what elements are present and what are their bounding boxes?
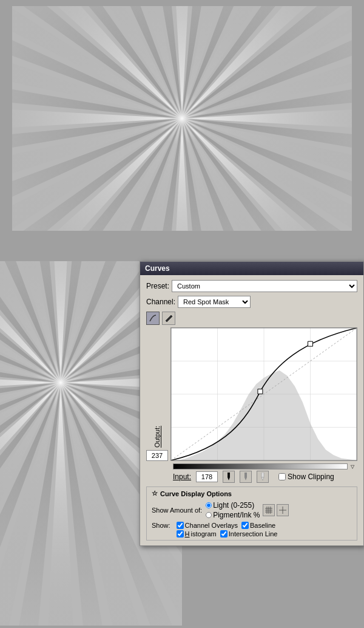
svg-rect-0 xyxy=(228,473,230,477)
pigment-radio[interactable] xyxy=(206,512,212,518)
svg-marker-3 xyxy=(244,477,247,480)
options-header: ☆ Curve Display Options xyxy=(152,490,352,497)
show-clipping-label: Show Clipping xyxy=(288,473,334,481)
show-row-2: Show: Histogram Intersection Line xyxy=(152,530,352,538)
pencil-icon xyxy=(164,314,173,323)
intersection-line-label[interactable]: Intersection Line xyxy=(220,530,278,538)
eyedropper-white-icon xyxy=(259,473,266,481)
top-canvas-element xyxy=(12,6,352,231)
channel-label: Channel: xyxy=(146,298,175,306)
channel-overlays-label[interactable]: Channel Overlays xyxy=(177,522,238,529)
gradient-bar-row: ▽ xyxy=(173,463,357,469)
show-clipping-group: Show Clipping xyxy=(278,473,334,481)
options-expand-icon[interactable]: ☆ xyxy=(152,490,158,497)
pigment-radio-label[interactable]: Pigment/Ink % xyxy=(206,511,260,519)
gradient-bar xyxy=(173,463,348,469)
output-label: Output: xyxy=(153,426,161,448)
gray-eyedropper-button[interactable] xyxy=(240,471,252,483)
curves-dialog: Curves Preset: Custom Channel: Red Spot … xyxy=(140,261,364,546)
baseline-checkbox[interactable] xyxy=(241,522,249,529)
dialog-body: Preset: Custom Channel: Red Spot Mask RG… xyxy=(140,275,363,545)
toolbar-row xyxy=(146,312,357,325)
eyedropper-gray-icon xyxy=(242,473,249,481)
top-image-canvas xyxy=(12,6,352,231)
black-eyedropper-button[interactable] xyxy=(223,471,235,483)
preset-row: Preset: Custom xyxy=(146,280,357,292)
dialog-title: Curves xyxy=(145,264,170,273)
svg-marker-5 xyxy=(261,477,264,480)
svg-rect-2 xyxy=(244,473,247,477)
white-eyedropper-button[interactable] xyxy=(257,471,269,483)
input-field-group: Input: xyxy=(173,471,218,482)
histogram-text: H xyxy=(185,530,190,538)
eyedropper-black-icon xyxy=(225,473,232,481)
grid-size-buttons xyxy=(263,504,289,516)
baseline-label[interactable]: Baseline xyxy=(241,522,275,529)
show-amount-label: Show Amount of: xyxy=(152,507,202,514)
output-label-area: Output: xyxy=(146,327,168,461)
input-value-input[interactable] xyxy=(196,471,218,482)
channel-row: Channel: Red Spot Mask RGB Red Green Blu… xyxy=(146,296,357,308)
small-grid-icon xyxy=(265,506,273,514)
light-option-label: Light (0-255) xyxy=(213,501,254,510)
channel-overlays-checkbox[interactable] xyxy=(177,522,184,529)
preset-label: Preset: xyxy=(146,282,169,290)
large-grid-icon xyxy=(278,506,287,514)
dialog-titlebar: Curves xyxy=(140,262,363,275)
light-radio-label[interactable]: Light (0-255) xyxy=(206,501,260,510)
intersection-line-text: Intersection Line xyxy=(229,530,278,538)
histogram-label[interactable]: Histogram xyxy=(177,530,217,538)
channel-overlays-text: Channel Overlays xyxy=(185,522,238,529)
large-grid-button[interactable] xyxy=(277,504,289,516)
input-row: Input: xyxy=(173,471,357,483)
show-amount-row: Show Amount of: Light (0-255) Pigment/In… xyxy=(152,501,352,519)
intersection-line-checkbox[interactable] xyxy=(220,530,228,538)
options-header-label: Curve Display Options xyxy=(160,490,232,497)
light-radio[interactable] xyxy=(206,502,212,508)
histogram-checkbox[interactable] xyxy=(177,530,184,538)
svg-rect-4 xyxy=(261,473,264,477)
svg-marker-1 xyxy=(228,477,230,480)
graph-container: Output: xyxy=(146,327,357,461)
curve-icon xyxy=(149,314,157,323)
show-clipping-checkbox[interactable] xyxy=(278,473,286,480)
preset-select[interactable]: Custom xyxy=(172,280,357,292)
pencil-tool-button[interactable] xyxy=(162,312,175,325)
curves-graph[interactable] xyxy=(170,327,357,461)
histogram-text-rest: istogram xyxy=(191,530,217,538)
show-label: Show: xyxy=(152,522,170,529)
light-pigment-options: Light (0-255) Pigment/Ink % xyxy=(206,501,260,519)
baseline-text: Baseline xyxy=(250,522,275,529)
input-label: Input: xyxy=(173,473,191,481)
curve-tool-button[interactable] xyxy=(146,312,160,325)
output-value-input[interactable] xyxy=(146,450,168,461)
curve-display-options-section: ☆ Curve Display Options Show Amount of: … xyxy=(146,486,357,541)
curves-canvas[interactable] xyxy=(171,328,357,460)
pigment-option-label: Pigment/Ink % xyxy=(213,511,260,519)
show-row-1: Show: Channel Overlays Baseline xyxy=(152,522,352,529)
channel-select[interactable]: Red Spot Mask RGB Red Green Blue xyxy=(178,296,251,308)
small-grid-button[interactable] xyxy=(263,504,275,516)
gradient-arrow[interactable]: ▽ xyxy=(348,463,357,469)
